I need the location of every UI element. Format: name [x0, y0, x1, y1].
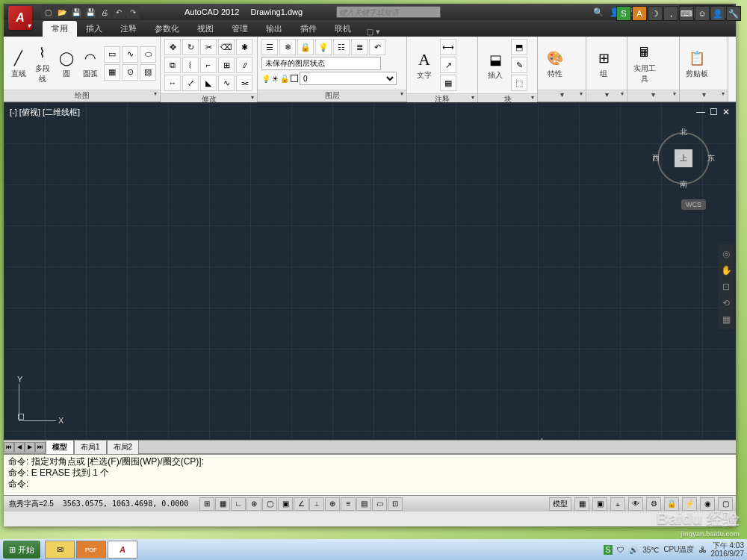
spline-icon[interactable]: ∿ — [122, 46, 138, 63]
task-app-outlook[interactable]: ✉ — [45, 541, 75, 559]
attr-icon[interactable]: ⬚ — [511, 75, 527, 91]
fillet-icon[interactable]: ⌐ — [200, 57, 217, 73]
polyline-button[interactable]: ⌇多段线 — [31, 43, 53, 84]
task-app-pdf[interactable]: PDF — [76, 541, 106, 559]
ime-moon-icon[interactable]: ☽ — [648, 6, 663, 21]
layout-prev-icon[interactable]: ◀ — [14, 442, 25, 452]
ellipse-icon[interactable]: ⬭ — [140, 46, 156, 63]
annovis-icon[interactable]: 👁 — [628, 497, 643, 511]
tpy-toggle[interactable]: ▤ — [356, 497, 371, 511]
modelspace-button[interactable]: 模型 — [549, 497, 571, 511]
layer-select[interactable]: 0 — [300, 72, 397, 85]
layout-next-icon[interactable]: ▶ — [25, 442, 35, 452]
command-line[interactable]: 命令: 指定对角点或 [栏选(F)/圈围(WP)/圈交(CP)]: 命令: E … — [4, 453, 736, 495]
point-icon[interactable]: ⊙ — [122, 64, 138, 81]
layout-tab-1[interactable]: 布局1 — [74, 440, 107, 455]
layout-tab-2[interactable]: 布局2 — [107, 440, 140, 455]
trim-icon[interactable]: ✂ — [200, 39, 217, 55]
panel-group-title[interactable]: ▾ — [586, 90, 627, 102]
scale-icon[interactable]: ⤢ — [182, 75, 199, 91]
tab-view[interactable]: 视图 — [188, 21, 223, 37]
insert-button[interactable]: ⬓插入 — [482, 49, 509, 81]
clip-button[interactable]: 📋剪贴板 — [684, 48, 710, 79]
panel-layer-title[interactable]: 图层 — [258, 90, 406, 102]
hatch-icon[interactable]: ▦ — [104, 64, 120, 81]
showmotion-icon[interactable]: ▦ — [719, 313, 733, 326]
arc-button[interactable]: ◠圆弧 — [80, 48, 102, 79]
tab-output[interactable]: 输出 — [257, 21, 291, 37]
annoscale-icon[interactable]: ⟁ — [610, 497, 625, 511]
viewport-close-icon[interactable]: ✕ — [722, 107, 730, 117]
layer-prev-icon[interactable]: ↶ — [369, 39, 385, 55]
binoculars-icon[interactable]: 🔍 — [592, 6, 604, 18]
layer-state-input[interactable] — [261, 57, 381, 70]
zoom-extents-icon[interactable]: ⊡ — [719, 280, 733, 293]
line-button[interactable]: ╱直线 — [7, 48, 29, 79]
qp-toggle[interactable]: ▭ — [372, 497, 387, 511]
props-button[interactable]: 🎨特性 — [542, 48, 568, 79]
ducs-toggle[interactable]: ⟂ — [309, 497, 324, 511]
region-icon[interactable]: ▧ — [140, 64, 156, 81]
ime-a-icon[interactable]: A — [632, 6, 647, 21]
otrack-toggle[interactable]: ∠ — [294, 497, 309, 511]
circle-button[interactable]: ◯圆 — [56, 48, 78, 79]
text-button[interactable]: A文字 — [411, 49, 438, 81]
layer-match-icon[interactable]: ≣ — [351, 39, 368, 55]
panel-utils-title[interactable]: ▾ — [627, 90, 679, 102]
drawing-canvas[interactable]: [-] [俯视] [二维线框] — ☐ ✕ Y X 上 北 南 西 东 WCS … — [4, 102, 736, 440]
dyn-toggle[interactable]: ⊕ — [325, 497, 340, 511]
ortho-toggle[interactable]: ∟ — [231, 497, 246, 511]
qat-print-icon[interactable]: 🖨 — [98, 5, 111, 19]
blend-icon[interactable]: ∿ — [218, 75, 235, 91]
qat-redo-icon[interactable]: ↷ — [126, 5, 140, 19]
tab-home[interactable]: 常用 — [43, 21, 77, 37]
panel-draw-title[interactable]: 绘图 — [4, 90, 160, 102]
sc-toggle[interactable]: ⊡ — [388, 497, 403, 511]
quickview-drawings-icon[interactable]: ▣ — [592, 497, 607, 511]
tab-insert[interactable]: 插入 — [77, 21, 111, 37]
search-input[interactable] — [336, 6, 441, 18]
layer-props-icon[interactable]: ☰ — [261, 39, 278, 55]
layer-iso-icon[interactable]: ☷ — [333, 39, 350, 55]
group-button[interactable]: ⊞组 — [590, 48, 617, 79]
tray-shield-icon[interactable]: 🛡 — [617, 546, 624, 554]
tab-extra-button[interactable]: ▢ ▾ — [366, 27, 380, 37]
viewcube-face[interactable]: 上 — [675, 149, 692, 167]
chamfer-icon[interactable]: ◣ — [200, 75, 217, 91]
qat-undo-icon[interactable]: ↶ — [112, 5, 125, 19]
qat-saveas-icon[interactable]: 💾 — [84, 5, 97, 19]
lwt-toggle[interactable]: ≡ — [341, 497, 356, 511]
polar-toggle[interactable]: ⊛ — [247, 497, 261, 511]
ime-wrench-icon[interactable]: 🔧 — [726, 6, 741, 21]
viewcube[interactable]: 上 北 南 西 东 — [654, 128, 713, 188]
snap-toggle[interactable]: ⊞ — [199, 497, 214, 511]
qat-save-icon[interactable]: 💾 — [69, 5, 83, 19]
osnap-toggle[interactable]: ▢ — [262, 497, 277, 511]
explode-icon[interactable]: ✱ — [236, 39, 252, 55]
tray-network-icon[interactable]: 🖧 — [699, 546, 707, 554]
stretch-icon[interactable]: ↔ — [164, 75, 181, 91]
app-menu-icon[interactable]: A — [8, 6, 32, 30]
layer-lock-icon[interactable]: 🔒 — [297, 39, 314, 55]
ime-face-icon[interactable]: ☺ — [695, 6, 710, 21]
tray-s-icon[interactable]: S — [604, 545, 613, 555]
layout-first-icon[interactable]: ⏮ — [4, 442, 14, 452]
utils-button[interactable]: 🖩实用工具 — [631, 43, 658, 84]
qat-new-icon[interactable]: ▢ — [41, 5, 55, 19]
create-block-icon[interactable]: ⬒ — [511, 39, 527, 55]
viewport-minimize-icon[interactable]: — — [696, 107, 705, 117]
layer-off-icon[interactable]: 💡 — [315, 39, 332, 55]
grid-toggle[interactable]: ▦ — [215, 497, 230, 511]
layer-freeze-icon[interactable]: ❄ — [279, 39, 296, 55]
erase-icon[interactable]: ⌫ — [218, 39, 235, 55]
tray-sound-icon[interactable]: 🔊 — [629, 546, 638, 554]
leader-icon[interactable]: ↗ — [440, 57, 456, 73]
tab-online[interactable]: 联机 — [326, 21, 360, 37]
task-app-autocad[interactable]: A — [108, 541, 137, 559]
rotate-icon[interactable]: ↻ — [182, 39, 199, 55]
ime-user-icon[interactable]: 👤 — [710, 6, 725, 21]
viewport-label[interactable]: [-] [俯视] [二维线框] — [10, 107, 80, 118]
3dosnap-toggle[interactable]: ▣ — [278, 497, 293, 511]
pan-icon[interactable]: ✋ — [719, 264, 733, 277]
mirror-icon[interactable]: ⧙ — [182, 57, 199, 73]
